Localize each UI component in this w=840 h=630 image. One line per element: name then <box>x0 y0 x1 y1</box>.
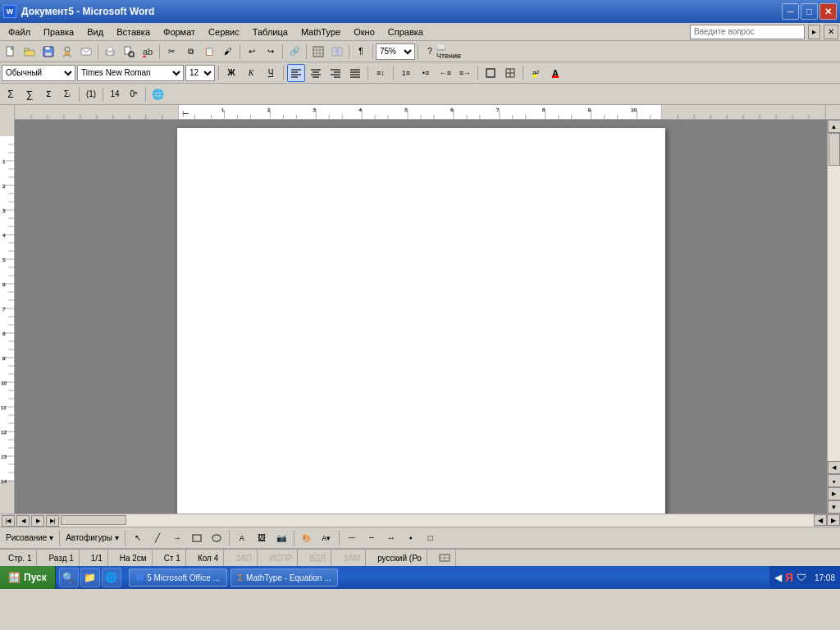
hscroll-page-btn3[interactable]: ▶ <box>31 515 44 527</box>
tray-arrow-icon[interactable]: ◀ <box>774 572 782 583</box>
preview-button[interactable] <box>120 43 138 61</box>
menu-format[interactable]: Формат <box>157 25 202 39</box>
font-size-select[interactable]: 12 891011121416 <box>185 65 215 81</box>
menu-mathtype[interactable]: MathType <box>294 25 347 39</box>
highlight-button[interactable]: a² <box>527 64 545 82</box>
tray-lang-icon[interactable]: Я <box>785 571 793 584</box>
menu-insert[interactable]: Вставка <box>110 25 157 39</box>
columns-button[interactable] <box>328 43 346 61</box>
close-button[interactable]: ✕ <box>819 3 837 20</box>
align-right-button[interactable] <box>326 64 345 82</box>
sigma2-button[interactable]: ∑ <box>21 85 39 103</box>
hscroll-page-btn1[interactable]: |◀ <box>2 515 15 527</box>
menu-table[interactable]: Таблица <box>246 25 294 39</box>
scroll-thumb[interactable] <box>829 133 840 166</box>
menu-file[interactable]: Файл <box>2 25 37 39</box>
font-select[interactable]: Times New Roman <box>77 65 184 81</box>
open-button[interactable] <box>21 43 39 61</box>
help-search-button[interactable]: ▸ <box>808 25 820 39</box>
minimize-button[interactable]: ─ <box>782 3 799 20</box>
outside-border-button[interactable] <box>482 64 500 82</box>
border-style-button[interactable] <box>501 64 519 82</box>
scroll-track[interactable] <box>828 133 840 461</box>
paste-button[interactable]: 📋 <box>200 43 218 61</box>
hscroll-right-button[interactable]: ◀ <box>814 514 827 526</box>
copy-button[interactable]: ⧉ <box>181 43 199 61</box>
redo-button[interactable]: ↪ <box>262 43 280 61</box>
spellcheck-button[interactable]: abc <box>139 43 157 61</box>
zoom-select[interactable]: 75% 100% 150% <box>376 43 415 60</box>
insert-wordart-button[interactable]: A <box>233 529 251 547</box>
zoom-dot-button[interactable]: ● <box>828 474 841 487</box>
select-tool-button[interactable]: ↖ <box>129 529 147 547</box>
show-marks-button[interactable]: ¶ <box>352 43 370 61</box>
numbered-list-button[interactable]: 1≡ <box>397 64 415 82</box>
hscroll-right-button2[interactable]: ▶ <box>827 514 840 526</box>
shadow-button[interactable]: ▪ <box>402 529 420 547</box>
bold-button[interactable]: Ж <box>222 64 240 82</box>
increase-indent-button[interactable]: ≡→ <box>456 64 474 82</box>
taskbar-mathtype-button[interactable]: Σ MathType - Equation ... <box>231 568 339 587</box>
font-color-dropdown2[interactable]: A▾ <box>317 529 336 547</box>
document-page[interactable] <box>177 128 665 514</box>
autoshapes-button[interactable]: Автофигуры ▾ <box>63 529 121 547</box>
insert-clipart-button[interactable]: 🖼 <box>253 529 271 547</box>
numbered-eq-button[interactable]: (1) <box>82 85 100 103</box>
tray-antivirus-icon[interactable]: 🛡 <box>797 572 806 583</box>
hscroll-page-btn4[interactable]: ▶| <box>46 515 59 527</box>
permission-button[interactable] <box>58 43 76 61</box>
underline-button[interactable]: Ч <box>262 64 280 82</box>
symbol-button[interactable]: 🌐 <box>148 85 167 103</box>
menu-window[interactable]: Окно <box>347 25 381 39</box>
align-left-button[interactable] <box>287 64 305 82</box>
fill-color-dropdown[interactable]: 🎨 <box>298 529 316 547</box>
prev-page-button[interactable]: ◀ <box>828 461 841 474</box>
maximize-button[interactable]: □ <box>801 3 818 20</box>
hscroll-thumb[interactable] <box>61 515 126 525</box>
line-tool-button[interactable]: ╱ <box>148 529 167 547</box>
sigma-bar-button[interactable]: Σ̄ <box>39 85 57 103</box>
quick-browser-icon[interactable]: 🌐 <box>102 568 121 587</box>
menu-edit[interactable]: Правка <box>37 25 80 39</box>
insert-picture-button[interactable]: 📷 <box>272 529 290 547</box>
font-color-button[interactable]: A <box>546 64 564 82</box>
menu-view[interactable]: Вид <box>80 25 110 39</box>
link-button[interactable]: 🔗 <box>285 43 304 61</box>
print-button[interactable] <box>101 43 119 61</box>
quick-search-icon[interactable]: 🔍 <box>59 568 79 587</box>
menu-help[interactable]: Справка <box>381 25 430 39</box>
sigma-button[interactable]: Σ <box>2 85 20 103</box>
line-spacing-button[interactable]: ≡↕ <box>372 64 390 82</box>
arrow-style-button[interactable]: ↔ <box>382 529 400 547</box>
oval-tool-button[interactable] <box>208 529 226 547</box>
dash-style-button[interactable]: ╌ <box>363 529 381 547</box>
menu-tools[interactable]: Сервис <box>202 25 246 39</box>
format-painter-button[interactable]: 🖌 <box>219 43 237 61</box>
line-style-button[interactable]: ─ <box>343 529 361 547</box>
3d-button[interactable]: □ <box>422 529 440 547</box>
align-center-button[interactable] <box>307 64 325 82</box>
scroll-up-button[interactable]: ▲ <box>828 120 841 133</box>
help-close-button[interactable]: ✕ <box>824 25 838 39</box>
scroll-down-button[interactable]: ▼ <box>828 500 841 514</box>
rect-tool-button[interactable] <box>188 529 206 547</box>
decrease-indent-button[interactable]: ←≡ <box>436 64 454 82</box>
sigma-i-button[interactable]: Σᵢ <box>58 85 76 103</box>
superscript-button[interactable]: 0ⁿ <box>125 85 143 103</box>
arrow-tool-button[interactable]: → <box>168 529 186 547</box>
eq-num-button[interactable]: 14 <box>106 85 124 103</box>
align-justify-button[interactable] <box>346 64 364 82</box>
undo-button[interactable]: ↩ <box>243 43 261 61</box>
style-select[interactable]: Обычный <box>2 65 75 81</box>
email-button[interactable] <box>77 43 95 61</box>
taskbar-word-button[interactable]: W 5 Microsoft Office ... <box>129 568 227 587</box>
new-button[interactable] <box>2 43 20 61</box>
reading-mode-button[interactable]: 📖Чтение <box>440 43 458 61</box>
next-page-button[interactable]: ▶ <box>828 487 841 500</box>
bullet-list-button[interactable]: •≡ <box>417 64 435 82</box>
quick-folder-icon[interactable]: 📁 <box>80 568 100 587</box>
save-button[interactable] <box>39 43 57 61</box>
help-search-input[interactable] <box>690 25 805 39</box>
drawing-button[interactable]: Рисование ▾ <box>3 529 56 547</box>
hscroll-page-btn2[interactable]: ◀ <box>16 515 30 527</box>
